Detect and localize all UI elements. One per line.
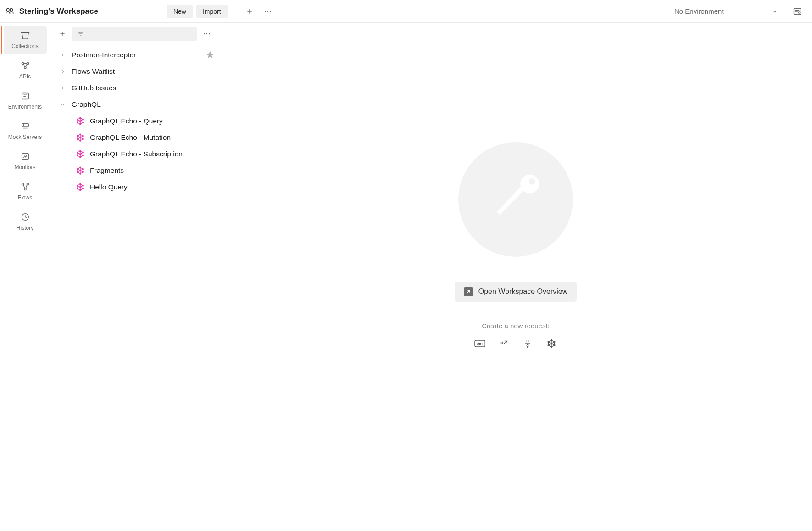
svg-point-48: [83, 185, 83, 186]
svg-point-49: [77, 188, 78, 189]
chevron-down-icon: [772, 8, 778, 15]
request-row[interactable]: GraphQL Echo - Query: [50, 113, 219, 129]
rail-label: Monitors: [14, 164, 35, 171]
svg-point-35: [77, 152, 78, 153]
request-row[interactable]: GraphQL Echo - Subscription: [50, 146, 219, 162]
new-button[interactable]: New: [167, 5, 193, 18]
svg-point-43: [77, 171, 78, 172]
svg-point-22: [80, 124, 81, 125]
history-icon: [20, 212, 30, 222]
graphql-icon: [76, 133, 84, 142]
sidebar-toolbar: [50, 23, 219, 45]
collection-label: GraphQL: [72, 100, 101, 109]
svg-point-57: [551, 339, 552, 341]
header-right: No Environment: [669, 4, 805, 19]
environments-icon: [20, 91, 30, 101]
request-type-icons: GET g: [474, 338, 557, 349]
svg-point-61: [548, 344, 549, 346]
svg-point-0: [7, 8, 9, 11]
request-label: Fragments: [90, 166, 124, 175]
svg-point-18: [204, 33, 205, 34]
collection-tree: Postman-Interceptor Flows Waitlist Gi: [50, 45, 219, 531]
rail-item-monitors[interactable]: Monitors: [4, 147, 47, 175]
rail-item-history[interactable]: History: [4, 207, 47, 236]
svg-point-7: [22, 62, 23, 64]
star-icon[interactable]: [206, 50, 214, 60]
chevron-down-icon: [59, 102, 67, 107]
open-overview-icon: [464, 287, 473, 296]
svg-point-36: [83, 152, 83, 153]
svg-point-30: [83, 136, 83, 137]
svg-point-9: [24, 66, 26, 68]
svg-point-53: [529, 178, 535, 185]
import-button[interactable]: Import: [196, 5, 228, 18]
rail-item-apis[interactable]: APIs: [4, 56, 47, 84]
svg-text:GET: GET: [477, 342, 484, 345]
graphql-icon: [76, 166, 84, 175]
collection-row[interactable]: GitHub Issues: [50, 80, 219, 96]
create-request-label: Create a new request:: [482, 322, 550, 330]
svg-point-19: [206, 33, 207, 34]
collection-label: Postman-Interceptor: [72, 51, 136, 59]
svg-rect-10: [22, 93, 28, 99]
tab-actions-button[interactable]: [261, 4, 275, 19]
svg-point-42: [83, 169, 83, 170]
svg-point-59: [548, 341, 549, 343]
collection-row-expanded[interactable]: GraphQL: [50, 96, 219, 113]
sidebar: Postman-Interceptor Flows Waitlist Gi: [50, 23, 219, 531]
rail-item-environments[interactable]: Environments: [4, 86, 47, 115]
header-left: Sterling's Workspace New Import: [5, 4, 275, 19]
svg-point-46: [80, 190, 81, 191]
postman-rocket-icon: [477, 160, 555, 238]
rail-item-collections[interactable]: Collections: [4, 26, 47, 54]
left-rail: Collections APIs Environments Moc: [0, 23, 50, 531]
rail-item-mock-servers[interactable]: Mock Servers: [4, 116, 47, 145]
svg-point-39: [80, 167, 81, 168]
svg-point-40: [80, 173, 81, 174]
svg-point-4: [270, 11, 271, 11]
request-label: GraphQL Echo - Mutation: [90, 133, 171, 142]
open-workspace-overview-button[interactable]: Open Workspace Overview: [455, 282, 577, 302]
rail-label: Collections: [11, 43, 39, 50]
svg-point-21: [80, 117, 81, 118]
new-tab-button[interactable]: [242, 4, 257, 19]
request-row[interactable]: Hello Query: [50, 179, 219, 195]
grpc-request-button[interactable]: g: [522, 338, 533, 349]
http-request-button[interactable]: GET: [474, 338, 485, 349]
svg-point-27: [80, 134, 81, 135]
request-label: GraphQL Echo - Query: [90, 117, 163, 125]
websocket-request-button[interactable]: [498, 338, 509, 349]
svg-rect-5: [794, 8, 801, 14]
svg-point-50: [83, 188, 83, 189]
chevron-right-icon: [59, 52, 67, 58]
rail-label: Flows: [18, 194, 32, 201]
environment-select[interactable]: No Environment: [669, 4, 784, 19]
graphql-request-button[interactable]: [546, 338, 557, 349]
collection-row[interactable]: Postman-Interceptor: [50, 47, 219, 63]
filter-input[interactable]: [72, 27, 197, 41]
collection-label: Flows Waitlist: [72, 67, 115, 76]
text-cursor: [189, 30, 189, 38]
chevron-right-icon: [59, 85, 67, 91]
apis-icon: [20, 61, 30, 71]
request-label: GraphQL Echo - Subscription: [90, 150, 183, 158]
svg-point-33: [80, 150, 81, 151]
rail-item-flows[interactable]: Flows: [4, 177, 47, 205]
svg-text:g: g: [526, 343, 529, 348]
main-pane: Open Workspace Overview Create a new req…: [219, 23, 812, 531]
request-row[interactable]: GraphQL Echo - Mutation: [50, 129, 219, 146]
workspace-icon: [5, 6, 15, 17]
sidebar-more-button[interactable]: [200, 27, 214, 41]
workspace-title[interactable]: Sterling's Workspace: [19, 7, 98, 16]
request-label: Hello Query: [90, 183, 128, 191]
environment-quicklook-button[interactable]: [790, 4, 805, 19]
rail-label: Mock Servers: [8, 134, 42, 140]
request-row[interactable]: Fragments: [50, 162, 219, 179]
flows-icon: [20, 182, 30, 192]
graphql-icon: [76, 117, 84, 125]
collection-row[interactable]: Flows Waitlist: [50, 63, 219, 80]
create-collection-button[interactable]: [55, 27, 70, 41]
svg-point-38: [83, 155, 83, 156]
rail-label: APIs: [19, 73, 31, 80]
svg-point-12: [23, 125, 24, 126]
